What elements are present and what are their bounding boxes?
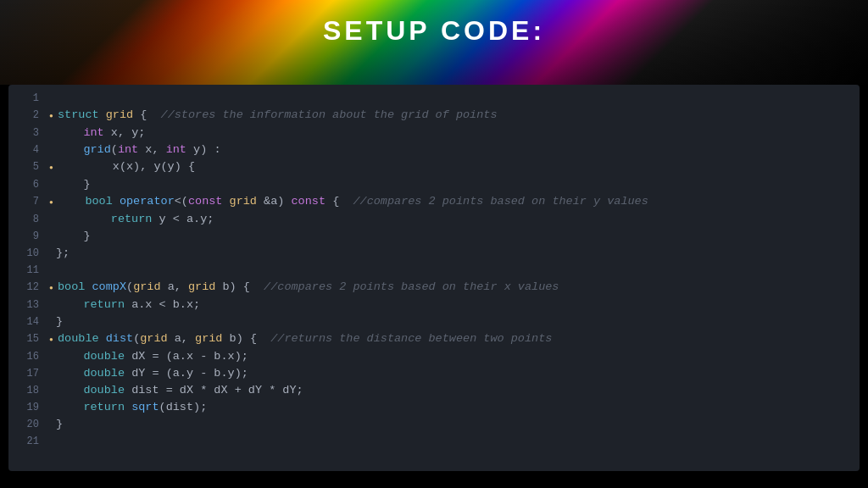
code-line-9: 9 } bbox=[8, 228, 860, 245]
slide-title: SETUP CODE: bbox=[0, 15, 868, 47]
code-line-1: 1 bbox=[8, 90, 860, 107]
code-line-2: 2 ● struct grid { //stores the informati… bbox=[8, 107, 860, 125]
line-num-18: 18 bbox=[15, 382, 39, 399]
code-line-10: 10 }; bbox=[8, 245, 860, 262]
line-num-4: 4 bbox=[15, 141, 39, 158]
line-num-9: 9 bbox=[15, 228, 39, 245]
line-num-17: 17 bbox=[15, 365, 39, 382]
line-num-14: 14 bbox=[15, 313, 39, 330]
code-container: 1 2 ● struct grid { //stores the informa… bbox=[8, 85, 860, 471]
code-line-7: 7 ● bool operator<(const grid &a) const … bbox=[8, 193, 860, 211]
line-num-21: 21 bbox=[15, 433, 39, 450]
line-num-8: 8 bbox=[15, 211, 39, 228]
code-line-18: 18 double dist = dX * dX + dY * dY; bbox=[8, 382, 860, 399]
code-line-6: 6 } bbox=[8, 176, 860, 193]
code-line-13: 13 return a.x < b.x; bbox=[8, 297, 860, 313]
code-line-19: 19 return sqrt(dist); bbox=[8, 399, 860, 416]
code-line-4: 4 grid(int x, int y) : bbox=[8, 141, 860, 158]
line-num-2: 2 bbox=[15, 107, 39, 124]
code-line-21: 21 bbox=[8, 433, 860, 450]
code-line-16: 16 double dX = (a.x - b.x); bbox=[8, 348, 860, 365]
code-line-17: 17 double dY = (a.y - b.y); bbox=[8, 365, 860, 382]
code-line-12: 12 ● bool compX(grid a, grid b) { //comp… bbox=[8, 279, 860, 297]
code-line-20: 20 } bbox=[8, 416, 860, 433]
line-num-20: 20 bbox=[15, 416, 39, 433]
line-num-11: 11 bbox=[15, 262, 39, 279]
line-num-3: 3 bbox=[15, 125, 39, 141]
line-num-19: 19 bbox=[15, 399, 39, 416]
code-line-3: 3 int x, y; bbox=[8, 125, 860, 141]
line-num-6: 6 bbox=[15, 176, 39, 193]
line-num-1: 1 bbox=[15, 90, 39, 107]
code-line-8: 8 return y < a.y; bbox=[8, 211, 860, 228]
code-line-11: 11 bbox=[8, 262, 860, 279]
line-num-5: 5 bbox=[15, 158, 39, 175]
code-line-5: 5 ● x(x), y(y) { bbox=[8, 158, 860, 176]
code-line-15: 15 ● double dist(grid a, grid b) { //ret… bbox=[8, 330, 860, 348]
code-line-14: 14 } bbox=[8, 313, 860, 330]
line-num-7: 7 bbox=[15, 193, 39, 210]
line-num-13: 13 bbox=[15, 297, 39, 313]
code-block: 1 2 ● struct grid { //stores the informa… bbox=[8, 85, 860, 455]
line-num-15: 15 bbox=[15, 330, 39, 347]
line-num-12: 12 bbox=[15, 279, 39, 296]
line-num-16: 16 bbox=[15, 348, 39, 365]
line-num-10: 10 bbox=[15, 245, 39, 262]
